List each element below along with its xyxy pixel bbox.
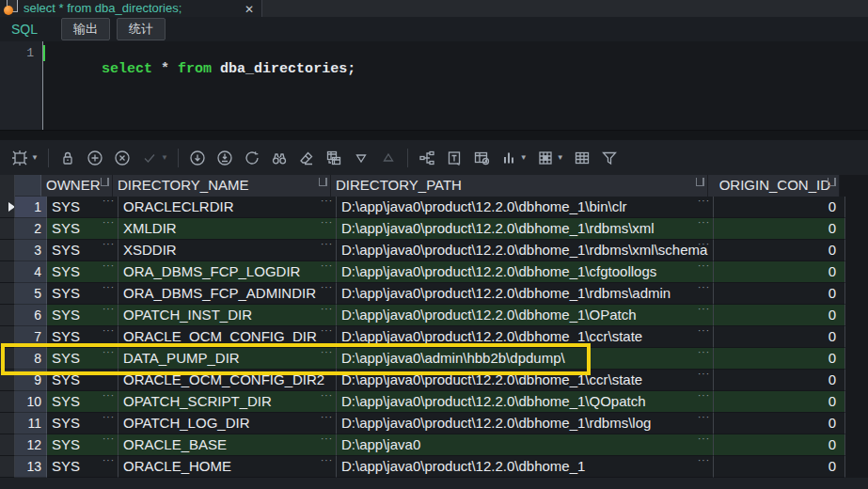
cell-directory-name[interactable]: ORA_DBMS_FCP_ADMINDIR··· [118, 283, 337, 305]
cell-expand-button[interactable]: ··· [321, 218, 333, 228]
sql-editor[interactable]: 1 select * from dba_directories; [0, 41, 868, 130]
cell-origin-con-id[interactable]: 0 [714, 391, 845, 413]
cell-expand-button[interactable]: ··· [698, 413, 710, 422]
cell-owner[interactable]: SYS··· [47, 326, 118, 348]
row-number-header[interactable] [15, 175, 41, 197]
code-area[interactable]: select * from dba_directories; [43, 41, 868, 130]
cell-directory-path[interactable]: D:\app\java0\admin\hbb2b\dpdump\··· [337, 348, 714, 370]
column-options-icon[interactable] [319, 178, 327, 186]
cell-expand-button[interactable]: ··· [103, 456, 115, 465]
column-options-icon[interactable] [696, 178, 704, 186]
cell-expand-button[interactable]: ··· [321, 305, 333, 314]
cell-origin-con-id[interactable]: 0 [714, 326, 845, 348]
cell-expand-button[interactable]: ··· [698, 283, 710, 292]
cell-directory-name[interactable]: ORACLE_BASE··· [118, 434, 337, 456]
cell-origin-con-id[interactable]: 0 [714, 305, 845, 326]
cell-directory-path[interactable]: D:\app\java0\product\12.2.0\dbhome_1\cfg… [337, 261, 714, 283]
cell-owner[interactable]: SYS··· [47, 305, 118, 326]
cell-directory-path[interactable]: D:\app\java0\product\12.2.0\dbhome_1\ccr… [337, 326, 714, 348]
cell-directory-path[interactable]: D:\app\java0\product\12.2.0\dbhome_1\rdb… [337, 413, 714, 434]
filter-button[interactable] [597, 146, 622, 170]
cell-origin-con-id[interactable]: 0 [714, 456, 845, 478]
sort-ascending-button[interactable] [376, 146, 401, 170]
load-all-button[interactable] [213, 146, 237, 170]
cell-expand-button[interactable]: ··· [698, 370, 710, 379]
row-number[interactable]: 7 [15, 326, 47, 348]
cell-expand-button[interactable]: ··· [321, 370, 333, 379]
delete-row-button[interactable] [110, 146, 134, 170]
row-number[interactable]: 10 [15, 391, 47, 413]
cell-directory-name[interactable]: ORACLE_HOME··· [118, 456, 337, 478]
cell-expand-button[interactable]: ··· [698, 218, 710, 228]
cell-expand-button[interactable]: ··· [103, 197, 115, 206]
cell-directory-path[interactable]: D:\app\java0··· [337, 434, 714, 456]
file-tab[interactable]: select * from dba_directories; ✕ [0, 0, 262, 17]
cell-expand-button[interactable]: ··· [698, 197, 710, 206]
structure-view-button[interactable] [415, 146, 439, 170]
tab-sql[interactable]: SQL [8, 20, 41, 39]
cell-directory-name[interactable]: OPATCH_LOG_DIR··· [118, 413, 337, 434]
column-header-owner[interactable]: OWNER [41, 175, 113, 197]
cell-origin-con-id[interactable]: 0 [714, 283, 845, 305]
lock-button[interactable] [55, 146, 80, 170]
cell-expand-button[interactable]: ··· [321, 326, 333, 336]
cell-expand-button[interactable]: ··· [103, 283, 115, 292]
text-view-button[interactable] [442, 146, 466, 170]
cell-expand-button[interactable]: ··· [321, 434, 333, 444]
cell-directory-path[interactable]: D:\app\java0\product\12.2.0\dbhome_1\OPa… [337, 305, 714, 326]
tab-output[interactable]: 输出 [61, 18, 110, 40]
cell-expand-button[interactable]: ··· [103, 326, 115, 336]
cell-origin-con-id[interactable]: 0 [714, 261, 845, 283]
cell-expand-button[interactable]: ··· [321, 348, 333, 357]
cell-expand-button[interactable]: ··· [103, 434, 115, 444]
grid-options-button[interactable]: ▼ [8, 146, 41, 170]
row-number[interactable]: 13 [15, 456, 47, 478]
grid-view-button[interactable] [570, 146, 594, 170]
cell-expand-button[interactable]: ··· [698, 456, 710, 465]
cell-directory-name[interactable]: ORA_DBMS_FCP_LOGDIR··· [118, 261, 337, 283]
cell-expand-button[interactable]: ··· [698, 326, 710, 336]
cell-origin-con-id[interactable]: 0 [714, 434, 845, 456]
cell-expand-button[interactable]: ··· [321, 240, 333, 249]
pivot-button[interactable]: ▼ [533, 146, 567, 170]
cell-expand-button[interactable]: ··· [321, 456, 333, 465]
cell-directory-path[interactable]: D:\app\java0\product\12.2.0\dbhome_1\rdb… [337, 218, 714, 240]
row-number[interactable]: 9 [15, 370, 47, 391]
row-number[interactable]: 4 [15, 261, 47, 283]
cell-origin-con-id[interactable]: 0 [714, 218, 845, 240]
cell-directory-name[interactable]: ORACLE_OCM_CONFIG_DIR2··· [118, 370, 337, 391]
cell-directory-name[interactable]: ORACLE_OCM_CONFIG_DIR··· [118, 326, 337, 348]
row-number[interactable]: 12 [15, 434, 47, 456]
find-button[interactable] [267, 146, 292, 170]
cell-expand-button[interactable]: ··· [321, 261, 333, 271]
cell-owner[interactable]: SYS··· [47, 370, 118, 391]
cell-directory-path[interactable]: D:\app\java0\product\12.2.0\dbhome_1\bin… [337, 197, 714, 218]
cell-expand-button[interactable]: ··· [321, 413, 333, 422]
cell-directory-name[interactable]: DATA_PUMP_DIR··· [118, 348, 337, 370]
column-header-directory_path[interactable]: DIRECTORY_PATH [331, 175, 708, 197]
cell-expand-button[interactable]: ··· [103, 413, 115, 422]
cell-origin-con-id[interactable]: 0 [714, 370, 845, 391]
cell-owner[interactable]: SYS··· [47, 413, 118, 434]
cell-origin-con-id[interactable]: 0 [714, 197, 845, 218]
cell-expand-button[interactable]: ··· [103, 305, 115, 314]
cell-expand-button[interactable]: ··· [321, 197, 333, 206]
column-options-icon[interactable] [101, 178, 109, 186]
cell-expand-button[interactable]: ··· [103, 261, 115, 271]
cell-expand-button[interactable]: ··· [698, 348, 710, 357]
cell-expand-button[interactable]: ··· [698, 261, 710, 271]
column-options-icon[interactable] [828, 178, 836, 186]
row-number[interactable]: 3 [15, 240, 47, 261]
cell-owner[interactable]: SYS··· [47, 197, 118, 218]
cell-origin-con-id[interactable]: 0 [714, 348, 845, 370]
table-options-button[interactable] [469, 146, 494, 170]
apply-changes-button[interactable]: ▼ [137, 146, 171, 170]
cell-owner[interactable]: SYS··· [47, 391, 118, 413]
cell-owner[interactable]: SYS··· [47, 218, 118, 240]
row-number[interactable]: 2 [15, 218, 47, 240]
cell-origin-con-id[interactable]: 0 [714, 413, 845, 434]
column-header-directory_name[interactable]: DIRECTORY_NAME [113, 175, 331, 197]
row-number[interactable]: 11 [15, 413, 47, 434]
cell-expand-button[interactable]: ··· [698, 240, 710, 249]
cell-expand-button[interactable]: ··· [698, 434, 710, 444]
